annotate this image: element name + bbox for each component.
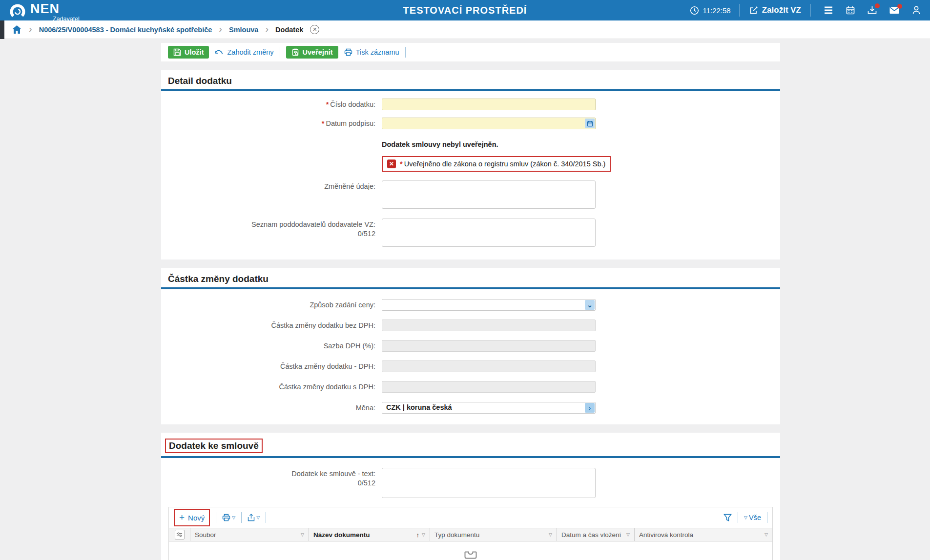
field-label-zpusob-zadani: Způsob zadání ceny: (161, 299, 382, 310)
char-counter: 0/512 (161, 479, 375, 488)
menu-icon[interactable] (823, 6, 834, 15)
printer-icon (344, 48, 352, 56)
section-divider (161, 287, 780, 289)
required-mark: * (322, 120, 325, 127)
column-header-nazev-dokumentu[interactable]: Název dokumentu ↑ ▽ (309, 528, 430, 541)
column-header-soubor[interactable]: Soubor ▽ (190, 528, 309, 541)
dropdown-triangle-icon: ▽ (744, 515, 747, 520)
filter-icon[interactable]: ▽ (765, 532, 768, 537)
chevron-right-icon: › (29, 23, 32, 35)
export-button[interactable]: ▽ (248, 514, 260, 521)
sort-ascending-icon[interactable]: ↑ (416, 531, 420, 539)
column-settings-icon[interactable] (175, 530, 185, 540)
sazba-dph-input (382, 340, 596, 352)
nen-swirl-icon (9, 0, 26, 20)
seznam-poddodavatelu-textarea[interactable] (382, 219, 596, 247)
messages-icon[interactable] (889, 6, 900, 15)
registry-checkbox-error-icon[interactable]: ✕ (387, 160, 396, 168)
notification-dot (875, 3, 880, 8)
dodatek-text-textarea[interactable] (382, 468, 596, 498)
edit-icon (749, 5, 759, 15)
column-header-typ-dokumentu[interactable]: Typ dokumentu ▽ (430, 528, 557, 541)
cislo-dodatku-input[interactable] (382, 99, 596, 110)
print-table-button[interactable]: ▽ (222, 514, 235, 521)
section-title: Částka změny dodatku (168, 274, 269, 284)
divider (767, 512, 767, 523)
castka-dph-input (382, 360, 596, 372)
field-label-cislo-dodatku: *Číslo dodatku: (161, 99, 382, 109)
zpusob-zadani-ceny-select[interactable] (382, 299, 596, 311)
home-icon[interactable] (12, 25, 22, 34)
calendar-icon[interactable] (846, 5, 855, 15)
divider (266, 512, 266, 523)
column-header-datum-vlozeni[interactable]: Datum a čas vložení ▽ (557, 528, 635, 541)
field-label-mena: Měna: (161, 402, 382, 413)
field-label-bez-dph: Částka změny dodatku bez DPH: (161, 320, 382, 330)
divider (216, 512, 216, 523)
required-mark: * (326, 100, 329, 108)
session-time: 11:22:58 (690, 6, 730, 15)
documents-table: + Nový ▽ ▽ (168, 507, 773, 560)
record-toolbar: Uložit Zahodit změny Uveřejnit (161, 43, 780, 61)
filter-icon[interactable]: ▽ (301, 532, 304, 537)
field-label-castka-dph: Částka změny dodatku - DPH: (161, 360, 382, 371)
breadcrumb-item-procurement[interactable]: N006/25/V00004583 - Domácí kuchyňské spo… (39, 26, 212, 34)
print-record-button[interactable]: Tisk záznamu (344, 48, 399, 56)
field-label-sazba-dph: Sazba DPH (%): (161, 340, 382, 351)
breadcrumb-item-smlouva[interactable]: Smlouva (229, 26, 258, 34)
mena-value-field[interactable]: CZK | koruna česká (382, 402, 596, 414)
brand-name: NEN (30, 1, 60, 16)
discard-changes-button[interactable]: Zahodit změny (215, 48, 273, 56)
top-header: NEN Zadavatel TESTOVACÍ PROSTŘEDÍ 11:22:… (0, 0, 930, 20)
publish-button[interactable]: Uveřejnit (286, 46, 338, 59)
save-button[interactable]: Uložit (168, 46, 209, 59)
breadcrumb-item-dodatek: Dodatek (275, 26, 303, 34)
filter-icon[interactable]: ▽ (549, 532, 552, 537)
table-empty-state: Žádné záznamy. V tomto seznamu nemáme co… (169, 541, 772, 560)
required-mark: * (400, 160, 403, 168)
dropdown-triangle-icon: ▽ (256, 515, 260, 520)
notification-dot (897, 4, 902, 9)
field-label-datum-podpisu: *Datum podpisu: (161, 118, 382, 128)
section-castka-zmeny: Částka změny dodatku Způsob zadání ceny:… (161, 268, 780, 424)
chevron-down-icon[interactable]: ⌄ (585, 300, 595, 310)
nen-logo[interactable]: NEN Zadavatel (9, 0, 80, 22)
column-header-antivirova-kontrola[interactable]: Antivirová kontrola ▽ (635, 528, 772, 541)
close-tab-icon[interactable]: ✕ (310, 25, 319, 34)
datum-podpisu-input[interactable] (382, 118, 596, 129)
section-detail-dodatku: Detail dodatku *Číslo dodatku: *Datum po… (161, 70, 780, 260)
field-label-dodatek-text: Dodatek ke smlouvě - text: 0/512 (161, 468, 382, 488)
divider (810, 4, 810, 17)
castka-bez-dph-input (382, 320, 596, 331)
divider (405, 47, 406, 58)
empty-inbox-icon (464, 551, 477, 559)
save-icon (173, 48, 181, 56)
filter-icon[interactable]: ▽ (422, 532, 425, 537)
zmenene-udaje-textarea[interactable] (382, 180, 596, 209)
field-label-seznam-poddodavatelu: Seznam poddodavatelů dodavatele VZ: 0/51… (161, 219, 382, 239)
spacer (161, 156, 382, 158)
section-divider (161, 89, 780, 91)
char-counter: 0/512 (161, 229, 375, 239)
section-title-annotated: Dodatek ke smlouvě (165, 439, 263, 453)
filter-icon[interactable]: ▽ (626, 532, 630, 537)
user-profile-icon[interactable] (911, 5, 921, 15)
new-document-button[interactable]: + Nový (174, 509, 210, 526)
downloads-icon[interactable] (867, 5, 877, 15)
table-toolbar: + Nový ▽ ▽ (169, 507, 772, 528)
chevron-right-icon: › (219, 23, 222, 35)
chevron-right-icon[interactable]: › (585, 403, 595, 413)
filter-all-button[interactable]: ▽ Vše (744, 514, 761, 521)
filter-funnel-icon[interactable] (723, 514, 732, 521)
field-label-castka-s-dph: Částka změny dodatku s DPH: (161, 381, 382, 392)
breadcrumb-edge-marker (0, 20, 4, 39)
create-vz-button[interactable]: Založit VZ (749, 5, 801, 15)
undo-icon (215, 49, 224, 56)
section-dodatek-ke-smlouve: Dodatek ke smlouvě Dodatek ke smlouvě - … (161, 433, 780, 560)
datepicker-button[interactable] (585, 119, 595, 128)
publish-icon (291, 48, 299, 56)
table-header-row: Soubor ▽ Název dokumentu ↑ ▽ Typ dokumen… (169, 528, 772, 541)
dropdown-triangle-icon: ▽ (232, 515, 235, 520)
divider (280, 47, 280, 58)
divider (740, 4, 740, 17)
